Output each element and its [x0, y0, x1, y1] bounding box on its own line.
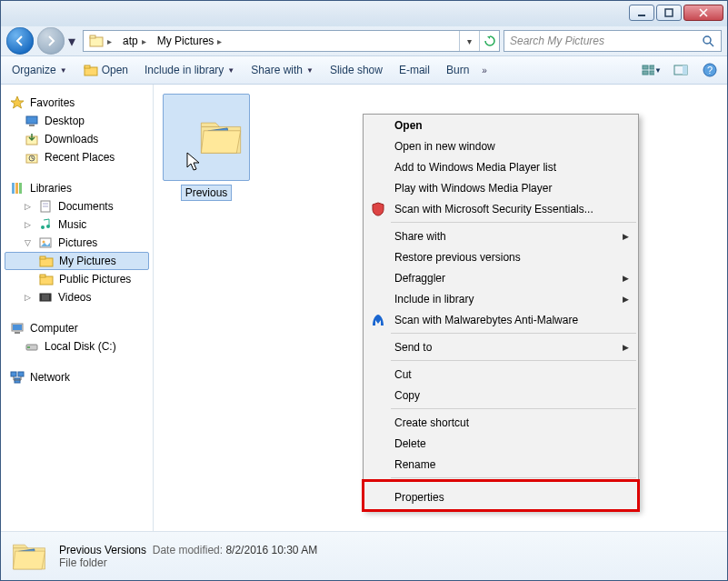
ctx-properties[interactable]: Properties	[364, 481, 638, 510]
svg-rect-12	[643, 71, 648, 75]
view-options-button[interactable]: ▼	[642, 60, 662, 80]
separator	[391, 477, 636, 478]
sidebar-my-pictures[interactable]: My Pictures	[5, 252, 149, 270]
ctx-copy[interactable]: Copy	[364, 385, 638, 406]
documents-icon	[38, 199, 53, 214]
ctx-restore-versions[interactable]: Restore previous versions	[364, 246, 638, 267]
explorer-window: ▾ ▸ atp▸ My Pictures▸ ▾ Search My Pictur…	[1, 1, 727, 580]
ctx-rename[interactable]: Rename	[364, 454, 638, 475]
ctx-add-wmp[interactable]: Add to Windows Media Player list	[364, 156, 638, 177]
email-button[interactable]: E-mail	[395, 61, 434, 79]
details-pane: Previous Versions Date modified: 8/2/201…	[1, 531, 727, 580]
libraries-header[interactable]: Libraries	[5, 179, 149, 197]
svg-rect-18	[26, 116, 37, 124]
svg-rect-19	[29, 125, 35, 126]
slideshow-button[interactable]: Slide show	[326, 61, 386, 79]
malwarebytes-icon	[369, 313, 387, 327]
sidebar-recent[interactable]: Recent Places	[5, 148, 149, 166]
ctx-cut[interactable]: Cut	[364, 364, 638, 385]
svg-rect-44	[27, 346, 30, 348]
sidebar-pictures[interactable]: ▽Pictures	[5, 234, 149, 252]
forward-button[interactable]	[37, 27, 65, 55]
svg-rect-24	[15, 183, 18, 194]
refresh-button[interactable]	[479, 31, 499, 51]
ctx-include-library[interactable]: Include in library	[364, 288, 638, 309]
network-header[interactable]: Network	[5, 368, 149, 386]
search-placeholder: Search My Pictures	[510, 35, 604, 47]
sidebar-desktop[interactable]: Desktop	[5, 112, 149, 130]
computer-header[interactable]: Computer	[5, 319, 149, 337]
shield-icon	[369, 202, 387, 216]
open-button[interactable]: Open	[80, 60, 132, 80]
folder-label: Previous	[181, 185, 233, 201]
svg-rect-23	[12, 183, 15, 194]
close-button[interactable]	[683, 5, 723, 21]
svg-line-7	[710, 43, 713, 46]
explorer-body: Favorites Desktop Downloads Recent Place…	[1, 85, 727, 531]
sidebar-downloads[interactable]: Downloads	[5, 130, 149, 148]
ctx-scan-mbam[interactable]: Scan with Malwarebytes Anti-Malware	[364, 309, 638, 330]
ctx-play-wmp[interactable]: Play with Windows Media Player	[364, 177, 638, 198]
more-chevron-icon[interactable]: »	[482, 65, 487, 75]
folder-large-icon	[163, 94, 250, 181]
ctx-delete[interactable]: Delete	[364, 433, 638, 454]
burn-button[interactable]: Burn	[443, 61, 473, 79]
sidebar-public-pictures[interactable]: Public Pictures	[5, 270, 149, 288]
ctx-create-shortcut[interactable]: Create shortcut	[364, 412, 638, 433]
include-library-menu[interactable]: Include in library	[141, 61, 238, 79]
svg-rect-36	[40, 275, 45, 277]
folder-open-icon	[84, 63, 98, 77]
nav-row: ▾ ▸ atp▸ My Pictures▸ ▾ Search My Pictur…	[1, 26, 727, 55]
svg-text:?: ?	[707, 65, 713, 75]
network-icon	[10, 370, 25, 385]
folder-icon	[89, 34, 104, 48]
share-with-menu[interactable]: Share with	[247, 61, 317, 79]
toolbar: Organize Open Include in library Share w…	[1, 55, 727, 85]
ctx-open[interactable]: Open	[364, 115, 638, 135]
help-button[interactable]: ?	[700, 60, 720, 80]
minimize-button[interactable]	[629, 5, 654, 21]
svg-rect-10	[643, 65, 648, 69]
svg-rect-38	[40, 294, 42, 301]
folder-icon	[39, 254, 54, 268]
ctx-scan-mse[interactable]: Scan with Microsoft Security Essentials.…	[364, 198, 638, 219]
organize-menu[interactable]: Organize	[8, 61, 71, 79]
pictures-icon	[38, 235, 53, 250]
details-thumb-icon	[10, 537, 48, 576]
nav-pane: Favorites Desktop Downloads Recent Place…	[1, 85, 154, 531]
ctx-defraggler[interactable]: Defraggler	[364, 267, 638, 288]
preview-pane-button[interactable]	[671, 60, 691, 80]
libraries-icon	[10, 181, 25, 195]
svg-rect-5	[90, 35, 95, 38]
search-input[interactable]: Search My Pictures	[504, 30, 722, 52]
back-button[interactable]	[6, 27, 34, 55]
folder-item[interactable]: Previous	[163, 94, 250, 201]
address-bar[interactable]: ▸ atp▸ My Pictures▸ ▾	[83, 30, 500, 52]
maximize-button[interactable]	[656, 5, 682, 21]
ctx-send-to[interactable]: Send to	[364, 336, 638, 357]
content-pane[interactable]: Previous Open Open in new window Add to …	[154, 85, 727, 531]
address-dropdown[interactable]: ▾	[459, 31, 479, 51]
sidebar-videos[interactable]: ▷Videos	[5, 288, 149, 306]
ctx-share-with[interactable]: Share with	[364, 225, 638, 246]
favorites-header[interactable]: Favorites	[5, 94, 149, 112]
sidebar-music[interactable]: ▷Music	[5, 215, 149, 234]
context-menu: Open Open in new window Add to Windows M…	[363, 114, 639, 511]
sidebar-local-disk[interactable]: Local Disk (C:)	[5, 337, 149, 356]
recent-icon	[25, 150, 39, 165]
svg-rect-15	[683, 65, 687, 75]
star-icon	[10, 95, 25, 110]
search-icon	[701, 34, 715, 48]
breadcrumb-seg[interactable]: atp	[123, 35, 138, 47]
details-mod-value: 8/2/2016 10:30 AM	[225, 544, 317, 556]
sidebar-documents[interactable]: ▷Documents	[5, 197, 149, 215]
breadcrumb-seg[interactable]: My Pictures	[157, 35, 214, 47]
ctx-open-new-window[interactable]: Open in new window	[364, 135, 638, 156]
history-dropdown[interactable]: ▾	[68, 33, 79, 50]
titlebar	[1, 1, 727, 26]
music-icon	[38, 217, 53, 232]
svg-point-32	[43, 241, 45, 244]
separator	[391, 360, 636, 361]
downloads-icon	[25, 132, 39, 146]
svg-rect-25	[19, 183, 22, 194]
